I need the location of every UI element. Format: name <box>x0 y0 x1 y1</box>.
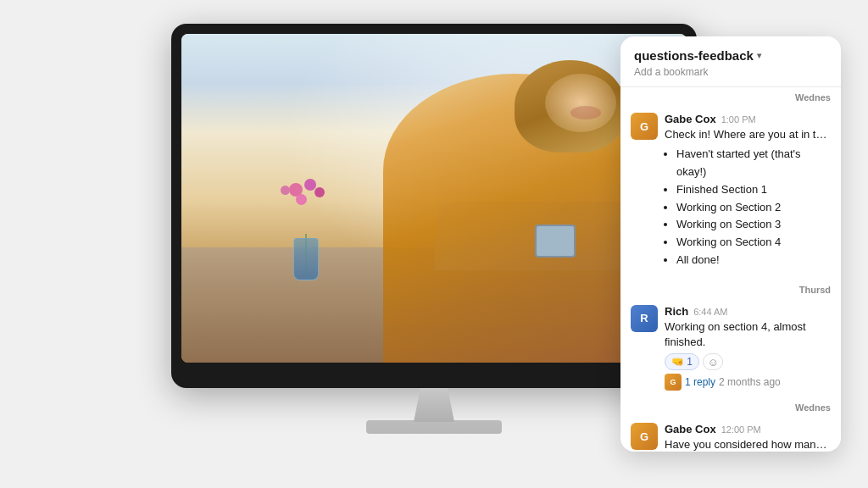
message-text-rich: Working on section 4, almost finished. <box>665 319 831 350</box>
bullet-item: Working on Section 4 <box>676 234 831 252</box>
time-rich: 6:44 AM <box>693 307 727 317</box>
bookmark-input[interactable]: Add a bookmark <box>634 66 827 78</box>
avatar-gabe1: G <box>631 113 658 140</box>
flower-vase <box>293 238 319 280</box>
avatar-gabe2: G <box>631 423 658 450</box>
bullet-item: All done! <box>676 252 831 269</box>
scene: questions-feedback ▾ Add a bookmark Wedn… <box>19 11 849 477</box>
message-group-gabe1: G Gabe Cox 1:00 PM Check in! Where are y… <box>620 106 841 280</box>
monitor-screen-outer <box>171 24 697 388</box>
message-group-rich: R Rich 6:44 AM Working on section 4, alm… <box>620 298 841 397</box>
channel-name-text: questions-feedback <box>634 48 754 63</box>
bullet-item: Finished Section 1 <box>676 181 831 199</box>
time-gabe1: 1:00 PM <box>721 114 756 125</box>
bullet-item: Working on Section 3 <box>676 216 831 234</box>
sender-rich: Rich <box>665 305 688 318</box>
date-divider-3: Wednes <box>620 397 841 416</box>
message-content-rich: Rich 6:44 AM Working on section 4, almos… <box>665 305 831 391</box>
monitor-photo <box>181 34 687 363</box>
message-header-gabe1: Gabe Cox 1:00 PM <box>665 113 831 125</box>
monitor-base <box>366 420 502 434</box>
reply-info-rich[interactable]: G 1 reply 2 months ago <box>665 374 831 391</box>
message-content-gabe1: Gabe Cox 1:00 PM Check in! Where are you… <box>665 113 831 273</box>
date-divider-1: Wednes <box>620 87 841 106</box>
message-text-gabe2-line1: Have you considered how many coachi <box>665 437 831 452</box>
reply-avatar-small: G <box>665 374 682 391</box>
add-reaction-button[interactable]: ☺ <box>703 353 723 370</box>
date-divider-2: Thursd <box>620 280 841 298</box>
chat-header: questions-feedback ▾ Add a bookmark <box>620 36 841 87</box>
reply-ago-rich: 2 months ago <box>719 376 781 388</box>
message-header-rich: Rich 6:44 AM <box>665 305 831 318</box>
channel-name[interactable]: questions-feedback ▾ <box>634 48 827 63</box>
reply-avatars-rich: G <box>665 374 682 391</box>
sender-gabe1: Gabe Cox <box>665 113 716 125</box>
reactions-rich: 🤜 1 ☺ <box>665 353 831 370</box>
sender-gabe2: Gabe Cox <box>665 423 716 435</box>
bullet-item: Haven't started yet (that's okay!) <box>676 146 831 181</box>
chat-panel: questions-feedback ▾ Add a bookmark Wedn… <box>620 36 841 452</box>
photo-flowers <box>272 179 340 280</box>
avatar-rich: R <box>631 305 658 332</box>
monitor-screen-inner <box>181 34 687 363</box>
bullet-list-gabe1: Haven't started yet (that's okay!) Finis… <box>676 146 831 269</box>
message-header-gabe2: Gabe Cox 12:00 PM <box>665 423 831 435</box>
reply-count-rich: 1 reply <box>685 376 715 388</box>
message-text-gabe1: Check in! Where are you at in the cour <box>665 127 831 142</box>
bullet-item: Working on Section 2 <box>676 199 831 217</box>
reaction-fist[interactable]: 🤜 1 <box>665 353 699 370</box>
chevron-down-icon: ▾ <box>757 51 761 60</box>
chat-body: Wednes G Gabe Cox 1:00 PM Check in! Wher… <box>620 87 841 452</box>
message-content-gabe2: Gabe Cox 12:00 PM Have you considered ho… <box>665 423 831 452</box>
monitor-stand <box>400 388 468 422</box>
time-gabe2: 12:00 PM <box>721 424 761 435</box>
message-group-gabe2: G Gabe Cox 12:00 PM Have you considered … <box>620 416 841 452</box>
